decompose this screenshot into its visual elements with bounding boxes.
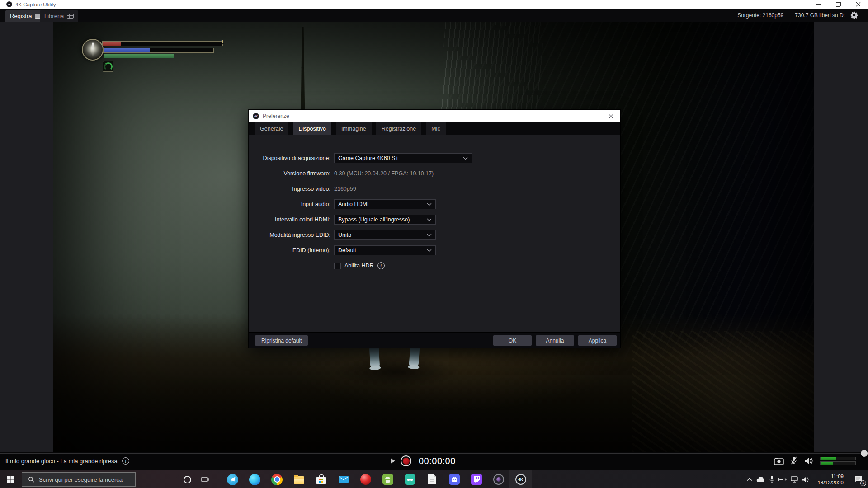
- hdmi-range-value: Bypass (Uguale all’ingresso): [338, 216, 410, 223]
- windows-logo-icon: [7, 476, 14, 483]
- telegram-icon: [227, 474, 238, 485]
- ok-button[interactable]: OK: [493, 335, 532, 346]
- cloud-icon: [756, 476, 765, 483]
- tray-microphone[interactable]: [769, 476, 774, 483]
- taskbar-app-store[interactable]: [310, 470, 332, 488]
- android-app-icon: [382, 474, 393, 485]
- recording-info-icon[interactable]: i: [122, 457, 129, 465]
- hud-health-bar: [102, 41, 223, 46]
- apply-button[interactable]: Applica: [578, 335, 617, 346]
- edid-internal-label: EDID (Interno):: [249, 247, 330, 253]
- taskbar-app-telegram[interactable]: [222, 470, 244, 488]
- edge-icon: [249, 474, 260, 485]
- audio-meter-left: [820, 457, 856, 460]
- taskbar-app-streamlabs[interactable]: [399, 470, 421, 488]
- play-button[interactable]: [390, 458, 396, 466]
- restore-button[interactable]: [828, 0, 848, 9]
- record-button[interactable]: [401, 455, 411, 466]
- hdmi-range-label: Intervallo colori HDMI:: [249, 216, 330, 223]
- dialog-title: Preferenze: [263, 113, 289, 119]
- streamlabs-icon: [405, 474, 415, 485]
- chevron-down-icon: [427, 234, 432, 237]
- cancel-button[interactable]: Annulla: [536, 335, 574, 346]
- mic-muted-icon[interactable]: [790, 456, 797, 465]
- taskbar-app-webcam[interactable]: [487, 470, 509, 488]
- dialog-footer: Ripristina default OK Annulla Applica: [249, 332, 620, 348]
- screenshot-camera-icon[interactable]: [774, 457, 784, 465]
- webcam-icon: [493, 474, 504, 485]
- windows-taskbar: 4K: [0, 470, 868, 488]
- close-button[interactable]: [848, 0, 868, 9]
- capture-device-select[interactable]: Game Capture 4K60 S+: [334, 153, 472, 163]
- tab-registrazione[interactable]: Registrazione: [376, 122, 421, 135]
- search-input[interactable]: [39, 476, 129, 483]
- firmware-value: 0.39 (MCU: 20.04.20 / FPGA: 19.10.17): [334, 170, 434, 177]
- stage-background: 1 4K Preferenze Generale Dispositivo Imm…: [0, 22, 868, 452]
- speaker-icon[interactable]: [804, 457, 814, 465]
- zoom-slider-track[interactable]: [0, 453, 868, 454]
- minimize-button[interactable]: [808, 0, 828, 9]
- screen: 4K 4K Capture Utility Registra Libreria …: [0, 0, 868, 488]
- taskbar-app-twitch[interactable]: [465, 470, 487, 488]
- video-input-label: Ingresso video:: [249, 186, 330, 192]
- tab-generale[interactable]: Generale: [255, 122, 288, 135]
- chevron-down-icon: [427, 249, 432, 252]
- taskbar-app-android[interactable]: [377, 470, 399, 488]
- taskbar-app-mail[interactable]: [332, 470, 354, 488]
- window-title: 4K Capture Utility: [15, 2, 56, 7]
- action-center-button[interactable]: 1: [849, 470, 868, 488]
- edid-mode-select[interactable]: Unito: [334, 230, 436, 240]
- audio-meter-right-fill: [821, 462, 833, 465]
- dialog-close-button[interactable]: [604, 110, 618, 122]
- taskbar-app-file-explorer[interactable]: [288, 470, 310, 488]
- taskbar-app-4k-capture[interactable]: 4K: [509, 470, 532, 488]
- tab-immagine[interactable]: Immagine: [336, 122, 372, 135]
- task-view-icon: [201, 476, 209, 483]
- twitch-icon: [471, 474, 482, 485]
- edid-internal-value: Default: [338, 247, 356, 253]
- taskbar-search[interactable]: [22, 472, 136, 487]
- start-button[interactable]: [0, 470, 22, 488]
- toolbar-status: Sorgente: 2160p59 730.7 GB liberi su D:: [737, 9, 858, 22]
- edid-mode-value: Unito: [338, 232, 351, 238]
- cortana-button[interactable]: [178, 470, 196, 488]
- microphone-icon: [769, 476, 774, 483]
- tab-dispositivo[interactable]: Dispositivo: [293, 122, 331, 135]
- tray-volume[interactable]: [802, 477, 809, 483]
- tray-battery[interactable]: [778, 477, 787, 482]
- settings-gear-icon[interactable]: [850, 11, 858, 19]
- taskbar-app-chrome[interactable]: [266, 470, 288, 488]
- notification-badge: 1: [860, 480, 866, 486]
- dialog-footer-actions: OK Annulla Applica: [493, 335, 617, 346]
- taskbar-app-discord[interactable]: [443, 470, 465, 488]
- system-tray: [747, 470, 809, 488]
- zoom-slider-knob[interactable]: [861, 450, 868, 457]
- hdr-info-icon[interactable]: i: [377, 262, 385, 269]
- audio-meter-right: [820, 461, 856, 465]
- taskbar-app-edge[interactable]: [244, 470, 266, 488]
- cortana-icon: [184, 476, 191, 483]
- edid-internal-select[interactable]: Default: [334, 245, 436, 255]
- close-icon: [856, 2, 861, 7]
- tab-libreria[interactable]: Libreria: [40, 10, 78, 22]
- taskbar-app-notepad[interactable]: [421, 470, 443, 488]
- taskbar-clock[interactable]: 11:09 18/12/2020: [814, 470, 844, 488]
- notepad-icon: [428, 474, 436, 484]
- tray-network[interactable]: [791, 476, 798, 483]
- hdr-label: Abilita HDR: [344, 263, 374, 269]
- task-view-button[interactable]: [196, 470, 214, 488]
- record-timer: 00:00:00: [419, 456, 456, 466]
- hud-item-slot: [103, 61, 113, 72]
- tab-mic[interactable]: Mic: [426, 122, 445, 135]
- search-icon: [28, 476, 34, 483]
- tray-expand-button[interactable]: [747, 478, 752, 481]
- tab-registra-label: Registra: [10, 13, 32, 19]
- tray-onedrive[interactable]: [756, 476, 765, 483]
- reset-defaults-button[interactable]: Ripristina default: [255, 335, 308, 346]
- audio-input-select[interactable]: Audio HDMI: [334, 199, 436, 209]
- hud-eye-emblem: [82, 39, 104, 61]
- hud-counter: 1: [221, 39, 224, 44]
- hdmi-range-select[interactable]: Bypass (Uguale all’ingresso): [334, 215, 436, 225]
- hdr-checkbox[interactable]: [334, 263, 341, 269]
- taskbar-app-recorder[interactable]: [354, 470, 377, 488]
